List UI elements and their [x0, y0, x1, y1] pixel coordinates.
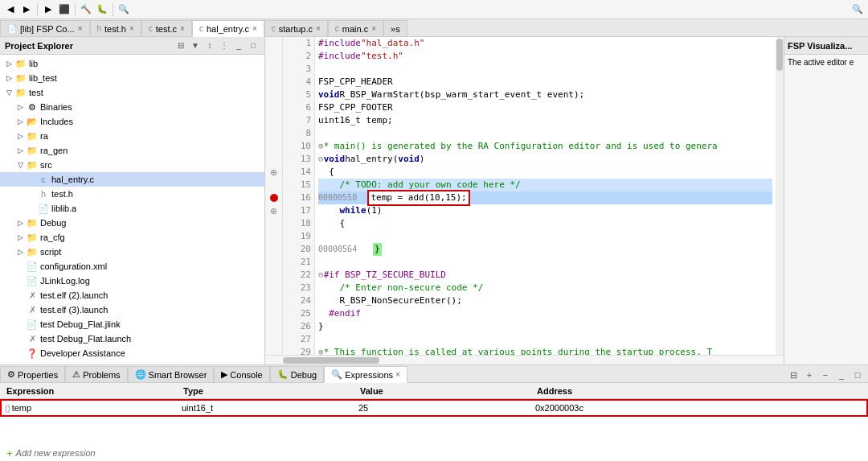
tab-testc-icon: c	[149, 24, 153, 33]
panel-collapse-btn[interactable]: ⊟	[174, 39, 187, 52]
tab-smart-browser-label: Smart Browser	[149, 370, 207, 380]
code-editor[interactable]: #include "hal_data.h" #include "test.h" …	[315, 37, 776, 355]
tree-item-liblib[interactable]: 📄 liblib.a	[0, 201, 264, 216]
toolbar-back[interactable]: ◀	[3, 2, 18, 17]
tree-toggle-debug[interactable]: ▷	[14, 219, 26, 227]
fsp-visualizer-panel: FSP Visualiza... The active editor e	[784, 37, 868, 364]
toolbar-debug[interactable]: 🐛	[95, 2, 109, 17]
tree-item-jlinklog[interactable]: 📄 JLinkLog.log	[0, 274, 264, 288]
smart-browser-icon: 🌐	[135, 369, 146, 380]
code-line-6: FSP_CPP_FOOTER	[318, 101, 772, 114]
tab-main[interactable]: c main.c ×	[328, 20, 383, 36]
tree-item-debug[interactable]: ▷ 📁 Debug	[0, 216, 264, 230]
tab-debug[interactable]: 🐛 Debug	[270, 366, 324, 382]
panel-maximize-btn[interactable]: □	[247, 39, 260, 52]
add-new-expression[interactable]: + Add new expression	[0, 445, 868, 461]
maximize-bottom-btn[interactable]: □	[850, 368, 865, 382]
tree-toggle-lib[interactable]: ▷	[3, 60, 14, 68]
minimize-bottom-btn[interactable]: _	[834, 368, 849, 382]
tree-toggle-test[interactable]: ▽	[3, 88, 14, 97]
folder-icon: 📁	[26, 144, 39, 157]
tree-item-dev-assistance[interactable]: ❓ Developer Assistance	[0, 346, 264, 360]
tree-toggle-ra-gen[interactable]: ▷	[14, 146, 26, 154]
tree-label-test-h: test.h	[51, 189, 73, 199]
line-num-14: 14	[283, 166, 314, 179]
tree-toggle-src[interactable]: ▽	[14, 161, 26, 169]
tree-item-debug-flat-jlink[interactable]: 📄 test Debug_Flat.jlink	[0, 317, 264, 331]
tab-startup-close[interactable]: ×	[316, 24, 321, 33]
tree-item-elf3[interactable]: ✗ test.elf (3).launch	[0, 303, 264, 317]
editor-scrollbar-h[interactable]	[265, 355, 784, 364]
tab-testc-close[interactable]: ×	[180, 24, 185, 33]
toolbar-build[interactable]: 🔨	[79, 2, 93, 17]
tree-item-ra-cfg[interactable]: ▷ 📁 ra_cfg	[0, 230, 264, 245]
tree-toggle-script[interactable]: ▷	[14, 248, 26, 256]
col-header-expression: Expression	[3, 386, 180, 396]
tab-fsp[interactable]: 📄 [lib] FSP Co... ×	[0, 20, 90, 36]
tab-testh-close[interactable]: ×	[129, 24, 134, 33]
toolbar-search-right[interactable]: 🔍	[850, 2, 865, 17]
panel-minimize-btn[interactable]: _	[232, 39, 245, 52]
tab-expressions-close[interactable]: ×	[395, 370, 400, 379]
line-num-16: 16	[283, 191, 314, 204]
panel-sync-btn[interactable]: ↕	[203, 39, 216, 52]
tree-toggle-ra[interactable]: ▷	[14, 132, 26, 140]
toolbar-run[interactable]: ▶	[41, 2, 55, 17]
tree-toggle-lib-test[interactable]: ▷	[3, 74, 14, 82]
folder-icon: 📁	[26, 231, 39, 244]
tree-item-test[interactable]: ▽ 📁 test	[0, 85, 264, 100]
tree-label-test: test	[29, 88, 43, 97]
tab-console[interactable]: ▶ Console	[214, 366, 269, 382]
tree-item-binaries[interactable]: ▷ ⚙ Binaries	[0, 100, 264, 114]
line-num-22: 22	[283, 269, 314, 282]
tab-expressions[interactable]: 🔍 Expressions ×	[324, 366, 407, 383]
panel-filter-btn[interactable]: ▼	[189, 39, 202, 52]
tree-toggle-ra-cfg[interactable]: ▷	[14, 233, 26, 241]
toolbar-fwd[interactable]: ▶	[19, 2, 34, 17]
tab-startup[interactable]: c startup.c ×	[264, 20, 328, 36]
tree-label-includes: Includes	[40, 117, 73, 126]
tree-item-lib-test[interactable]: ▷ 📁 lib_test	[0, 71, 264, 85]
add-watchpoint-btn[interactable]: +	[802, 368, 817, 382]
tree-item-debug-flat-launch[interactable]: ✗ test Debug_Flat.launch	[0, 331, 264, 346]
project-explorer-panel: Project Explorer ⊟ ▼ ↕ ⋮ _ □ ▷ 📁 lib ▷	[0, 37, 265, 364]
tab-testh[interactable]: h test.h ×	[90, 20, 141, 36]
panel-menu-btn[interactable]: ⋮	[218, 39, 231, 52]
binaries-icon: ⚙	[26, 101, 39, 113]
h-scroll-thumb[interactable]	[283, 357, 379, 364]
tab-problems[interactable]: ⚠ Problems	[65, 366, 127, 382]
tree-item-includes[interactable]: ▷ 📂 Includes	[0, 114, 264, 129]
tree-item-script[interactable]: ▷ 📁 script	[0, 245, 264, 259]
remove-selected-btn[interactable]: −	[818, 368, 833, 382]
tab-halentry[interactable]: c hal_entry.c ×	[192, 20, 264, 37]
tree-item-test-h[interactable]: h test.h	[0, 187, 264, 201]
tab-smart-browser[interactable]: 🌐 Smart Browser	[128, 366, 215, 382]
scroll-thumb[interactable]	[776, 39, 783, 71]
tree-label-ra-gen: ra_gen	[40, 146, 68, 155]
tree-item-hal-entry[interactable]: c hal_entry.c	[0, 172, 264, 187]
tree-item-elf2[interactable]: ✗ test.elf (2).launch	[0, 288, 264, 303]
tab-halentry-close[interactable]: ×	[252, 24, 257, 33]
tree-toggle-includes[interactable]: ▷	[14, 117, 26, 126]
tree-item-src[interactable]: ▽ 📁 src	[0, 158, 264, 172]
tree-toggle-binaries[interactable]: ▷	[14, 103, 26, 111]
tab-overflow[interactable]: »s	[383, 20, 407, 36]
debug-tab-icon: 🐛	[277, 369, 289, 380]
collapse-all-btn[interactable]: ⊟	[786, 368, 800, 382]
tab-main-close[interactable]: ×	[371, 24, 376, 33]
tree-label-liblib: liblib.a	[51, 204, 76, 213]
toolbar-stop[interactable]: ⬛	[57, 2, 72, 17]
tree-item-ra-gen[interactable]: ▷ 📁 ra_gen	[0, 143, 264, 158]
editor-scrollbar-v[interactable]	[776, 37, 784, 355]
tree-item-ra[interactable]: ▷ 📁 ra	[0, 129, 264, 143]
toolbar-search[interactable]: 🔍	[117, 2, 131, 17]
tree-item-lib[interactable]: ▷ 📁 lib	[0, 56, 264, 71]
tab-testc[interactable]: c test.c ×	[141, 20, 192, 36]
tree-item-config-xml[interactable]: 📄 configuration.xml	[0, 259, 264, 274]
tab-fsp-close[interactable]: ×	[78, 24, 83, 33]
tab-properties[interactable]: ⚙ Properties	[0, 366, 65, 382]
expr-row-temp[interactable]: () temp uint16_t 25 0x2000003c	[0, 399, 868, 417]
problems-icon: ⚠	[72, 369, 80, 380]
project-tree: ▷ 📁 lib ▷ 📁 lib_test ▽ 📁 test ▷	[0, 55, 264, 364]
breakpoint-marker	[270, 194, 278, 202]
